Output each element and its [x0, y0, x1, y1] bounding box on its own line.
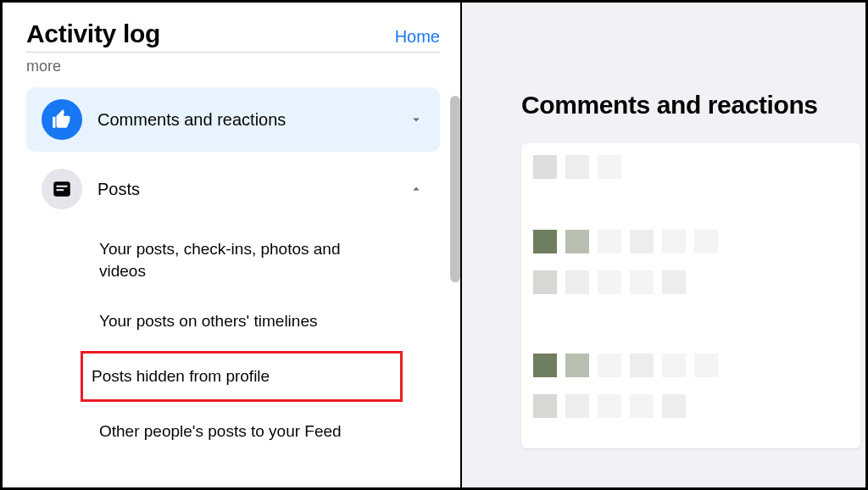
content-area: Comments and reactions — [462, 3, 865, 487]
blurred-row — [533, 155, 849, 179]
nav-list: Comments and reactions Posts Your posts,… — [26, 87, 440, 452]
scrollbar[interactable] — [450, 96, 460, 401]
nav-label: Comments and reactions — [97, 110, 392, 130]
blurred-row — [533, 230, 849, 253]
home-link[interactable]: Home — [395, 27, 440, 47]
blurred-row — [533, 354, 849, 377]
page-title: Activity log — [26, 19, 160, 48]
svg-rect-2 — [57, 189, 64, 191]
chevron-down-icon — [408, 111, 425, 128]
sub-item-your-posts[interactable]: Your posts, check-ins, photos and videos — [92, 228, 372, 292]
nav-item-comments-reactions[interactable]: Comments and reactions — [26, 87, 440, 152]
posts-sublist: Your posts, check-ins, photos and videos… — [26, 228, 440, 452]
chevron-up-icon — [408, 181, 425, 198]
svg-rect-1 — [57, 186, 68, 187]
sub-item-others-posts-feed[interactable]: Other people's posts to your Feed — [92, 410, 372, 453]
posts-icon — [42, 169, 82, 209]
blurred-row — [533, 270, 849, 294]
scrollbar-thumb[interactable] — [450, 96, 460, 282]
content-placeholder — [521, 143, 860, 448]
blurred-row — [533, 394, 849, 418]
content-title: Comments and reactions — [521, 91, 865, 120]
nav-label: Posts — [97, 180, 392, 199]
more-label: more — [26, 58, 440, 75]
sidebar-header: Activity log Home — [26, 19, 440, 53]
sub-item-others-timelines[interactable]: Your posts on others' timelines — [92, 300, 372, 342]
nav-item-posts[interactable]: Posts — [26, 157, 440, 221]
sidebar: Activity log Home more Comments and reac… — [3, 3, 460, 487]
sub-item-hidden-from-profile[interactable]: Posts hidden from profile — [81, 351, 403, 402]
thumb-up-icon — [42, 99, 82, 140]
